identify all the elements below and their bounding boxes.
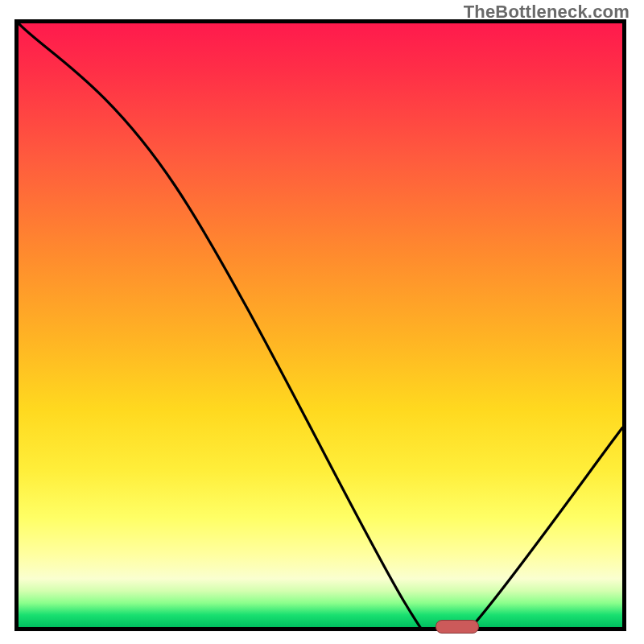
- bottleneck-curve-path: [19, 23, 622, 627]
- optimal-range-marker: [436, 620, 480, 634]
- bottleneck-curve: [19, 23, 622, 627]
- chart-frame: [14, 19, 626, 631]
- page-root: TheBottleneck.com: [0, 0, 644, 644]
